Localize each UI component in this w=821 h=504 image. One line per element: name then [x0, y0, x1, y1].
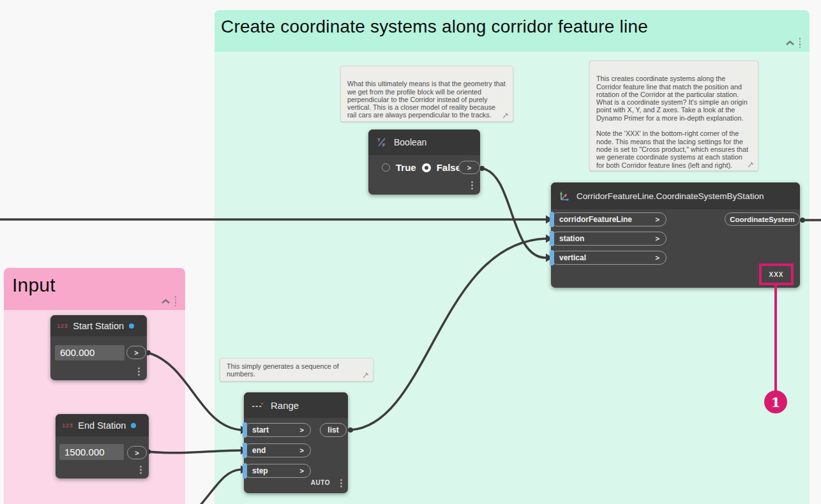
- wire-endstation-to-range-end[interactable]: [148, 450, 241, 453]
- radio-false-selected[interactable]: [422, 163, 431, 172]
- port-label: station: [559, 234, 584, 243]
- node-header[interactable]: CorridorFeatureLine.CoordinateSystemBySt…: [551, 182, 800, 209]
- node-title: End Station: [78, 420, 126, 431]
- callout-line: [774, 285, 777, 391]
- port-arrow: >: [300, 467, 304, 475]
- port-arrow: >: [300, 426, 304, 434]
- node-menu-icon[interactable]: [140, 466, 142, 474]
- output-port-boolean[interactable]: >: [458, 161, 480, 174]
- input-port-station[interactable]: station >: [550, 232, 667, 246]
- port-arrow: >: [656, 254, 659, 262]
- input-port-end[interactable]: end >: [243, 443, 311, 457]
- node-header[interactable]: 123 Start Station: [50, 315, 147, 336]
- input-port-step[interactable]: step >: [243, 464, 311, 478]
- output-port-number[interactable]: >: [127, 446, 147, 459]
- callout-highlight-box: XXX: [759, 263, 794, 285]
- radio-false-label: False: [437, 162, 461, 173]
- port-arrow: >: [467, 164, 471, 172]
- radio-true-label: True: [396, 162, 416, 173]
- boolean-tf-icon: T F: [376, 137, 388, 148]
- node-header[interactable]: 123 End Station: [56, 414, 149, 436]
- svg-text:T: T: [377, 137, 380, 143]
- node-header[interactable]: Range: [244, 392, 348, 418]
- node-end-station[interactable]: 123 End Station 1500.000 >: [56, 414, 149, 478]
- node-header[interactable]: T F Boolean: [368, 130, 480, 155]
- number-icon: 123: [57, 322, 68, 329]
- port-label: vertical: [559, 253, 586, 262]
- dynamo-canvas: Create coordinate systems along corridor…: [0, 0, 821, 504]
- port-label: list: [328, 426, 338, 434]
- coordinate-axes-icon: [559, 190, 570, 202]
- node-menu-icon[interactable]: [340, 479, 342, 487]
- port-arrow: >: [134, 349, 138, 357]
- port-label: end: [252, 446, 266, 455]
- is-input-dot: [131, 423, 136, 428]
- node-title: Range: [271, 400, 299, 411]
- callout-number: 1: [771, 394, 781, 410]
- wire-offscreen-to-range-step[interactable]: [199, 470, 241, 504]
- number-value-field[interactable]: 600.000: [55, 345, 124, 360]
- input-port-corridorfeatureline[interactable]: corridorFeatureLine >: [550, 212, 667, 226]
- input-port-vertical[interactable]: vertical >: [550, 251, 667, 265]
- wire-range-list-to-station[interactable]: [350, 239, 546, 430]
- port-label: start: [252, 426, 269, 434]
- node-menu-icon[interactable]: [471, 181, 473, 189]
- port-label: corridorFeatureLine: [559, 215, 632, 224]
- svg-text:F: F: [382, 142, 386, 148]
- callout-number-badge: 1: [764, 390, 787, 413]
- node-boolean[interactable]: T F Boolean True False >: [368, 130, 480, 195]
- node-title: CorridorFeatureLine.CoordinateSystemBySt…: [576, 191, 764, 201]
- lacing-indicator: XXX: [769, 271, 783, 278]
- input-port-start[interactable]: start >: [243, 423, 311, 437]
- wire-startstation-to-range-start[interactable]: [148, 353, 241, 430]
- port-arrow: >: [300, 447, 304, 454]
- node-menu-icon[interactable]: [138, 367, 140, 376]
- radio-true[interactable]: [382, 163, 390, 172]
- number-icon: 123: [62, 422, 73, 429]
- port-arrow: >: [656, 216, 659, 223]
- wire-boolean-to-vertical[interactable]: [482, 168, 546, 258]
- range-sequence-icon: [252, 401, 264, 410]
- port-label: step: [252, 466, 268, 475]
- output-port-number[interactable]: >: [126, 346, 146, 359]
- node-start-station[interactable]: 123 Start Station 600.000 >: [50, 315, 147, 380]
- is-input-dot: [129, 323, 134, 329]
- output-port-coordinatesystem[interactable]: CoordinateSystem: [725, 212, 800, 226]
- node-title: Start Station: [73, 321, 124, 331]
- port-arrow: >: [135, 449, 139, 457]
- lacing-indicator[interactable]: AUTO: [311, 479, 330, 486]
- node-title: Boolean: [394, 137, 426, 147]
- output-port-list[interactable]: list: [320, 423, 347, 437]
- node-range[interactable]: Range start > end > step > list AUTO: [244, 392, 348, 493]
- port-label: CoordinateSystem: [730, 216, 795, 223]
- number-value-field[interactable]: 1500.000: [59, 444, 124, 460]
- port-arrow: >: [656, 235, 659, 242]
